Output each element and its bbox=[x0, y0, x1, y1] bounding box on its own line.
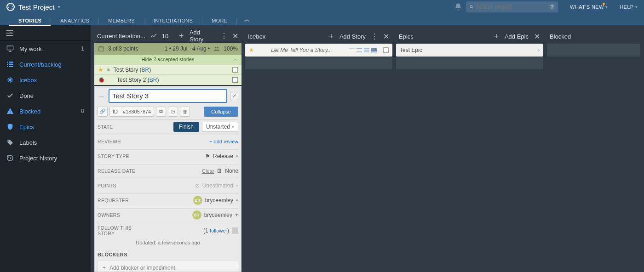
sidebar-item-count: 1 bbox=[81, 45, 84, 52]
story-row[interactable]: 🐞 Test Story 2 (BR) bbox=[94, 74, 242, 85]
whats-new-link[interactable]: WHAT'S NEW▾ bbox=[570, 4, 608, 10]
panel-close-icon[interactable]: ✕ bbox=[382, 33, 390, 40]
field-label: OWNERS bbox=[98, 212, 148, 218]
tab-analytics[interactable]: ANALYTICS bbox=[51, 18, 99, 25]
svg-rect-2 bbox=[9, 62, 13, 63]
link-icon[interactable]: 🔗 bbox=[98, 107, 108, 117]
clear-date-link[interactable]: Clear bbox=[202, 168, 214, 174]
collapse-button[interactable]: Collapse bbox=[204, 107, 238, 117]
monitor-icon bbox=[6, 45, 14, 52]
tab-integrations[interactable]: INTEGRATIONS bbox=[144, 18, 202, 25]
story-type-select[interactable]: ⚑ Release▾ bbox=[148, 153, 238, 159]
panel-current: Current Iteration... 10 + Add Story ⋮ ✕ … bbox=[94, 29, 242, 272]
estimate-buttons[interactable] bbox=[349, 48, 377, 52]
clock-icon[interactable]: ◷ bbox=[168, 107, 178, 117]
story-checkbox[interactable] bbox=[232, 67, 238, 73]
state-select[interactable]: Unstarted▾ bbox=[202, 122, 238, 132]
project-name[interactable]: Test Project bbox=[18, 3, 54, 11]
panel-body bbox=[396, 57, 543, 69]
sidebar-item-history[interactable]: Project history bbox=[0, 150, 91, 166]
sidebar-item-label: Project history bbox=[19, 155, 57, 162]
panel-title: Current Iteration... bbox=[97, 33, 145, 40]
updated-text: Updated: a few seconds ago bbox=[98, 240, 238, 245]
menu-collapse-icon bbox=[6, 30, 14, 36]
add-review-link[interactable]: + add review bbox=[209, 139, 238, 144]
drag-icon[interactable]: ≡ bbox=[107, 67, 110, 72]
collapse-caret-icon[interactable]: ︿ bbox=[98, 92, 106, 100]
story-checkbox[interactable] bbox=[232, 77, 238, 83]
story-row[interactable]: ★ ≡ Test Story (BR) bbox=[94, 64, 242, 75]
tab-stories[interactable]: STORIES bbox=[9, 18, 51, 25]
follow-checkbox[interactable] bbox=[232, 227, 238, 234]
project-caret-icon[interactable]: ▾ bbox=[58, 5, 60, 9]
add-story-label[interactable]: Add Story bbox=[339, 33, 366, 40]
tab-more[interactable]: MORE bbox=[202, 18, 237, 25]
sidebar-item-icebox[interactable]: Icebox bbox=[0, 72, 91, 88]
sidebar-item-label: Labels bbox=[19, 139, 37, 146]
story-card[interactable]: ★ Let Me Tell You a Story... bbox=[245, 44, 392, 57]
sidebar-item-labels[interactable]: Labels bbox=[0, 135, 91, 150]
panel-body bbox=[245, 57, 392, 69]
field-label: STORY TYPE bbox=[98, 153, 148, 159]
expand-icon[interactable]: ⤢ bbox=[230, 92, 238, 100]
requester-select[interactable]: BR bryceemley▾ bbox=[148, 196, 238, 205]
panel-close-icon[interactable]: ✕ bbox=[533, 33, 540, 40]
story-checkbox[interactable] bbox=[383, 47, 389, 53]
finish-button[interactable]: Finish bbox=[173, 122, 199, 132]
search-input[interactable] bbox=[476, 4, 545, 10]
sidebar-item-label: Current/backlog bbox=[19, 61, 62, 68]
bug-icon: 🐞 bbox=[98, 77, 105, 83]
sidebar-toggle[interactable] bbox=[0, 25, 91, 41]
sidebar-item-current[interactable]: Current/backlog bbox=[0, 57, 91, 72]
trash-icon[interactable]: 🗑 bbox=[180, 107, 190, 117]
search-help-icon[interactable]: ? bbox=[550, 4, 554, 10]
sidebar: My work 1 Current/backlog Icebox Done Bl… bbox=[0, 25, 91, 272]
svg-rect-0 bbox=[7, 46, 13, 50]
panel-close-icon[interactable]: ✕ bbox=[231, 32, 239, 40]
tab-collapse-icon[interactable]: ︽ bbox=[237, 16, 257, 25]
chevron-right-icon[interactable]: › bbox=[538, 47, 540, 53]
accepted-toggle[interactable]: Hide 2 accepted stories ︿ bbox=[94, 55, 242, 64]
story-title-input[interactable] bbox=[109, 89, 227, 103]
add-story-icon[interactable]: + bbox=[178, 32, 185, 40]
owner-link[interactable]: BR bbox=[150, 77, 157, 83]
search-project[interactable]: ? bbox=[466, 1, 558, 12]
panel-menu-icon[interactable]: ⋮ bbox=[220, 32, 227, 40]
story-detail: ︿ ⤢ 🔗 ID #188057874 ⧉ ◷ 🗑 Collapse STATE bbox=[94, 86, 242, 272]
add-blocker-input[interactable]: + Add blocker or impediment bbox=[98, 260, 238, 272]
sidebar-item-mywork[interactable]: My work 1 bbox=[0, 41, 91, 57]
notifications-icon[interactable] bbox=[454, 3, 462, 11]
tab-members[interactable]: MEMBERS bbox=[99, 18, 144, 25]
copy-icon[interactable]: ⧉ bbox=[156, 107, 166, 117]
add-story-label[interactable]: Add Story bbox=[190, 29, 215, 43]
followers-link[interactable]: follower bbox=[210, 228, 227, 233]
owner-link[interactable]: BR bbox=[142, 67, 150, 73]
velocity-value: 10 bbox=[162, 33, 168, 40]
add-story-icon[interactable]: + bbox=[328, 33, 335, 40]
star-icon: ★ bbox=[98, 66, 104, 73]
sidebar-item-label: Blocked bbox=[19, 108, 40, 115]
points-select[interactable]: ⊘ Unestimated▾ bbox=[148, 182, 238, 189]
sidebar-item-done[interactable]: Done bbox=[0, 88, 91, 103]
panel-epics: Epics + Add Epic ✕ Test Epic › bbox=[396, 29, 543, 272]
epic-card[interactable]: Test Epic › bbox=[396, 44, 543, 57]
field-label: FOLLOW THIS STORY bbox=[98, 225, 148, 236]
svg-rect-5 bbox=[7, 66, 8, 67]
sidebar-item-label: Done bbox=[19, 92, 34, 99]
add-owner-icon[interactable]: + bbox=[235, 212, 238, 218]
panel-menu-icon[interactable]: ⋮ bbox=[370, 33, 378, 40]
iteration-pct: 100% bbox=[224, 45, 238, 52]
app-header: Test Project ▾ ? WHAT'S NEW▾ HELP▾ STORI… bbox=[0, 0, 644, 25]
iteration-range: 1 • 29 Jul - 4 Aug • bbox=[165, 45, 210, 52]
sidebar-item-epics[interactable]: Epics bbox=[0, 119, 91, 135]
field-label: REQUESTER bbox=[98, 198, 148, 203]
calendar-icon[interactable]: 🗓 bbox=[217, 168, 222, 174]
add-epic-icon[interactable]: + bbox=[493, 33, 500, 40]
help-link[interactable]: HELP▾ bbox=[620, 4, 638, 10]
story-id[interactable]: ID #188057874 bbox=[109, 107, 154, 117]
story-title: Test Story 2 (BR) bbox=[117, 77, 159, 83]
add-epic-label[interactable]: Add Epic bbox=[505, 33, 529, 40]
blockers-heading: BLOCKERS bbox=[98, 252, 238, 257]
sidebar-item-blocked[interactable]: Blocked 0 bbox=[0, 103, 91, 119]
velocity-icon[interactable] bbox=[150, 32, 157, 40]
